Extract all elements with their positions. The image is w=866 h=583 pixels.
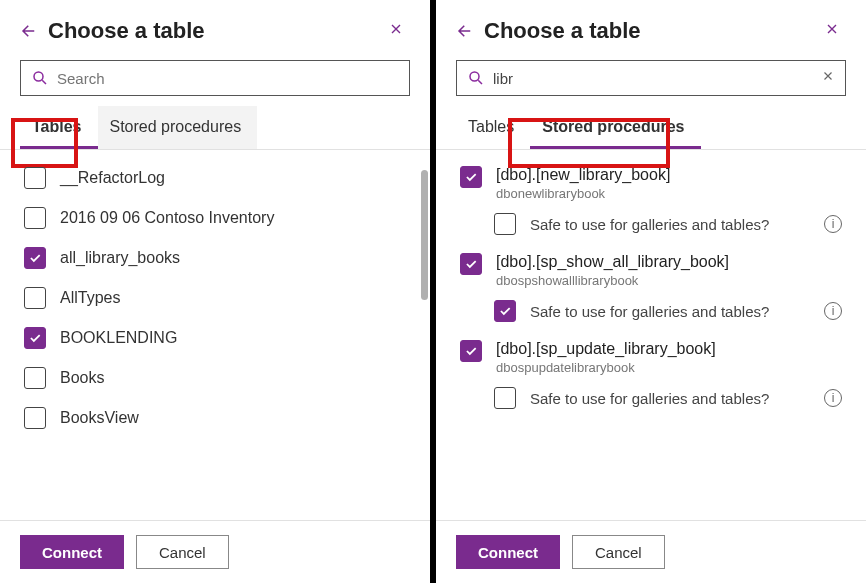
table-row[interactable]: BOOKLENDING — [0, 318, 430, 358]
table-row[interactable]: AllTypes — [0, 278, 430, 318]
close-icon[interactable] — [382, 19, 410, 44]
panel-title: Choose a table — [484, 18, 818, 44]
checkbox[interactable] — [24, 167, 46, 189]
checkbox[interactable] — [24, 287, 46, 309]
panel-title: Choose a table — [48, 18, 382, 44]
svg-point-1 — [470, 72, 479, 81]
scrollbar-thumb[interactable] — [421, 170, 428, 300]
safe-checkbox[interactable] — [494, 300, 516, 322]
table-label: Books — [60, 369, 104, 387]
checkbox[interactable] — [24, 407, 46, 429]
sp-name: [dbo].[sp_show_all_library_book] — [496, 253, 729, 271]
search-input[interactable] — [55, 69, 401, 88]
checkbox[interactable] — [460, 340, 482, 362]
checkbox[interactable] — [24, 327, 46, 349]
safe-row: Safe to use for galleries and tables?i — [436, 205, 866, 245]
footer: Connect Cancel — [436, 520, 866, 583]
search-icon — [31, 69, 49, 87]
sp-subtitle: dbonewlibrarybook — [496, 186, 670, 201]
sp-subtitle: dbospupdatelibrarybook — [496, 360, 716, 375]
close-icon[interactable] — [818, 19, 846, 44]
safe-checkbox[interactable] — [494, 387, 516, 409]
panel-right: Choose a table Tables Stored procedures … — [436, 0, 866, 583]
info-icon[interactable]: i — [824, 389, 842, 407]
table-label: BooksView — [60, 409, 139, 427]
safe-label: Safe to use for galleries and tables? — [530, 216, 810, 233]
search-input[interactable] — [491, 69, 819, 88]
footer: Connect Cancel — [0, 520, 430, 583]
tab-stored-procedures[interactable]: Stored procedures — [530, 106, 700, 149]
connect-button[interactable]: Connect — [456, 535, 560, 569]
sp-subtitle: dbospshowalllibrarybook — [496, 273, 729, 288]
search-icon — [467, 69, 485, 87]
tab-row: Tables Stored procedures — [0, 106, 430, 150]
table-row[interactable]: __RefactorLog — [0, 158, 430, 198]
sp-row[interactable]: [dbo].[new_library_book]dbonewlibraryboo… — [436, 158, 866, 205]
sp-name: [dbo].[sp_update_library_book] — [496, 340, 716, 358]
checkbox[interactable] — [24, 247, 46, 269]
info-icon[interactable]: i — [824, 302, 842, 320]
header: Choose a table — [436, 0, 866, 56]
tab-stored-procedures[interactable]: Stored procedures — [98, 106, 258, 149]
cancel-button[interactable]: Cancel — [572, 535, 665, 569]
connect-button[interactable]: Connect — [20, 535, 124, 569]
checkbox[interactable] — [460, 166, 482, 188]
table-row[interactable]: 2016 09 06 Contoso Inventory — [0, 198, 430, 238]
safe-row: Safe to use for galleries and tables?i — [436, 292, 866, 332]
tab-tables[interactable]: Tables — [456, 106, 530, 149]
table-label: all_library_books — [60, 249, 180, 267]
checkbox[interactable] — [24, 207, 46, 229]
safe-checkbox[interactable] — [494, 213, 516, 235]
checkbox[interactable] — [24, 367, 46, 389]
header: Choose a table — [0, 0, 430, 56]
table-row[interactable]: Books — [0, 358, 430, 398]
sp-list: [dbo].[new_library_book]dbonewlibraryboo… — [436, 150, 866, 520]
table-label: 2016 09 06 Contoso Inventory — [60, 209, 274, 227]
table-label: BOOKLENDING — [60, 329, 177, 347]
search-box[interactable] — [456, 60, 846, 96]
table-row[interactable]: BooksView — [0, 398, 430, 438]
cancel-button[interactable]: Cancel — [136, 535, 229, 569]
back-icon[interactable] — [456, 22, 474, 40]
clear-icon[interactable] — [819, 69, 837, 87]
safe-label: Safe to use for galleries and tables? — [530, 303, 810, 320]
table-label: AllTypes — [60, 289, 120, 307]
sp-row[interactable]: [dbo].[sp_update_library_book]dbospupdat… — [436, 332, 866, 379]
back-icon[interactable] — [20, 22, 38, 40]
sp-name: [dbo].[new_library_book] — [496, 166, 670, 184]
tab-row: Tables Stored procedures — [436, 106, 866, 150]
safe-label: Safe to use for galleries and tables? — [530, 390, 810, 407]
table-label: __RefactorLog — [60, 169, 165, 187]
sp-row[interactable]: [dbo].[sp_show_all_library_book]dbospsho… — [436, 245, 866, 292]
table-list: __RefactorLog2016 09 06 Contoso Inventor… — [0, 150, 430, 520]
panel-left: Choose a table Tables Stored procedures … — [0, 0, 430, 583]
search-box[interactable] — [20, 60, 410, 96]
tab-tables[interactable]: Tables — [20, 106, 98, 149]
info-icon[interactable]: i — [824, 215, 842, 233]
safe-row: Safe to use for galleries and tables?i — [436, 379, 866, 419]
checkbox[interactable] — [460, 253, 482, 275]
table-row[interactable]: all_library_books — [0, 238, 430, 278]
svg-point-0 — [34, 72, 43, 81]
